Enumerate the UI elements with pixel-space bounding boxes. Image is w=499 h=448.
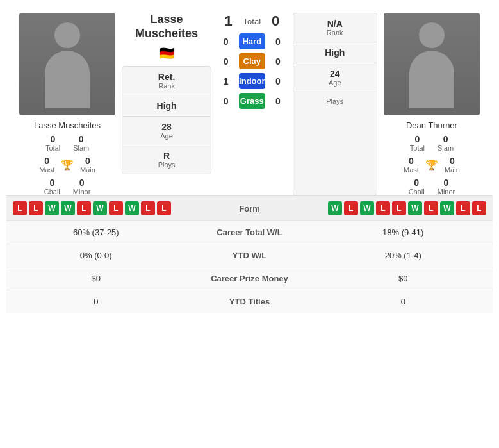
player1-chall: 0 Chall (44, 178, 60, 195)
player2-rank-label: Rank (301, 29, 369, 37)
court-score2-indoor: 0 (270, 76, 286, 87)
court-row-indoor: 1 Indoor 0 (218, 73, 286, 89)
player2-age-value: 24 (301, 69, 369, 79)
player1-high-value: High (130, 101, 203, 111)
player2-avatar (384, 13, 480, 115)
player2-form-badge-4: L (392, 201, 406, 215)
player1-card: Lasse Muscheites 0 Total 0 Slam 0 Mast 🏆 (13, 13, 122, 195)
player1-minor-value: 0 (79, 178, 85, 188)
player1-total-label: Total (45, 144, 60, 152)
player1-form-badge-6: L (109, 201, 123, 215)
stats-mid-2: Career Prize Money (186, 267, 314, 290)
silhouette-body (45, 51, 90, 108)
stats-left-0: 60% (37-25) (6, 221, 186, 244)
player2-stats-row1: 0 Total 0 Slam (410, 134, 454, 152)
player1-plays-label: Plays (130, 161, 203, 169)
player1-mast-label: Mast (39, 166, 54, 174)
stats-row-3: 0 YTD Titles 0 (6, 290, 493, 313)
player1-total: 0 Total (45, 134, 60, 152)
player2-chall-value: 0 (414, 178, 419, 188)
player1-plays-value: R (130, 151, 203, 161)
player1-slam-value: 0 (79, 134, 84, 144)
player2-form-badge-6: L (424, 201, 438, 215)
court-score2-clay: 0 (270, 56, 286, 67)
court-rows: 0 Hard 0 0 Clay 0 1 Indoor 0 0 Grass 0 (218, 33, 286, 113)
player2-main-label: Main (445, 166, 460, 174)
player1-plays-cell: R Plays (122, 145, 211, 174)
player1-info-grid: Ret. Rank High 28 Age R Plays (122, 66, 211, 174)
player2-minor: 0 Minor (438, 178, 455, 195)
court-button-grass[interactable]: Grass (239, 93, 265, 109)
stats-mid-3: YTD Titles (186, 290, 314, 313)
court-score2-hard: 0 (270, 37, 286, 47)
player2-total: 0 Total (410, 134, 425, 152)
stats-right-1: 20% (1-4) (314, 244, 493, 267)
player2-trophy-icon: 🏆 (425, 159, 438, 171)
player1-rank-value: Ret. (130, 72, 203, 82)
player2-high-value: High (301, 47, 369, 58)
silhouette-head (54, 22, 80, 48)
player2-form-badge-5: W (408, 201, 422, 215)
match-score2: 0 (266, 13, 285, 29)
player2-total-label: Total (410, 144, 425, 152)
player2-mast: 0 Mast (404, 156, 419, 174)
court-section: 1 Total 0 0 Hard 0 0 Clay 0 1 Indoor 0 0… (211, 13, 292, 195)
player1-rank-cell: Ret. Rank (122, 67, 211, 95)
player2-chall: 0 Chall (409, 178, 425, 195)
stats-row-0: 60% (37-25) Career Total W/L 18% (9-41) (6, 220, 493, 244)
main-container: Lasse Muscheites 0 Total 0 Slam 0 Mast 🏆 (0, 0, 499, 319)
player1-center-info: Lasse Muscheites 🇩🇪 Ret. Rank High 28 Ag… (122, 13, 211, 195)
player2-silhouette (384, 13, 480, 115)
court-row-hard: 0 Hard 0 (218, 33, 286, 49)
player1-form-badge-2: W (45, 201, 59, 215)
player2-mast-value: 0 (409, 156, 414, 166)
player2-form-badges: WLWLLWLWLL (288, 201, 487, 215)
court-score1-indoor: 1 (218, 76, 234, 87)
stats-mid-0: Career Total W/L (186, 221, 314, 244)
stats-left-1: 0% (0-0) (6, 244, 186, 267)
court-row-clay: 0 Clay 0 (218, 53, 286, 69)
court-button-hard[interactable]: Hard (239, 33, 265, 49)
player2-form-badge-3: L (376, 201, 390, 215)
player1-header-name: Lasse Muscheites (122, 13, 211, 40)
player1-chall-label: Chall (44, 188, 60, 195)
player2-age-label: Age (301, 79, 369, 87)
form-label: Form (211, 204, 288, 213)
player1-name: Lasse Muscheites (34, 120, 101, 130)
court-row-grass: 0 Grass 0 (218, 93, 286, 109)
silhouette-shape-2 (403, 22, 461, 106)
player2-slam-label: Slam (438, 144, 454, 152)
player2-main-value: 0 (450, 156, 455, 166)
player1-stats-row1: 0 Total 0 Slam (45, 134, 89, 152)
court-score2-grass: 0 (270, 96, 286, 106)
court-button-indoor[interactable]: Indoor (239, 73, 265, 89)
player2-rank-cell: N/A Rank (293, 13, 377, 42)
player1-main-value: 0 (85, 156, 90, 166)
court-header-row: 1 Total 0 (219, 13, 285, 29)
match-total-label: Total (243, 17, 261, 26)
player1-rank-label: Rank (130, 82, 203, 90)
player1-main: 0 Main (80, 156, 95, 174)
player2-minor-label: Minor (438, 188, 455, 195)
player2-stats-row2: 0 Chall 0 Minor (409, 178, 455, 195)
player2-slam-value: 0 (443, 134, 448, 144)
player1-trophy-row: 0 Mast 🏆 0 Main (39, 156, 95, 174)
court-button-clay[interactable]: Clay (239, 53, 265, 69)
player1-slam: 0 Slam (73, 134, 89, 152)
player1-total-value: 0 (51, 134, 56, 144)
stats-left-3: 0 (6, 290, 186, 313)
player1-avatar (19, 13, 115, 115)
silhouette-shape (38, 22, 96, 106)
player1-high-cell: High (122, 95, 211, 117)
player1-mast-value: 0 (44, 156, 49, 166)
player1-age-value: 28 (130, 122, 203, 132)
player1-form-badge-8: L (141, 201, 155, 215)
player1-form-badge-4: L (77, 201, 91, 215)
player2-main: 0 Main (445, 156, 460, 174)
player2-total-value: 0 (415, 134, 420, 144)
player1-chall-value: 0 (49, 178, 54, 188)
player1-age-label: Age (130, 132, 203, 140)
stats-row-1: 0% (0-0) YTD W/L 20% (1-4) (6, 244, 493, 267)
court-score1-hard: 0 (218, 37, 234, 47)
player1-flag: 🇩🇪 (159, 46, 175, 61)
